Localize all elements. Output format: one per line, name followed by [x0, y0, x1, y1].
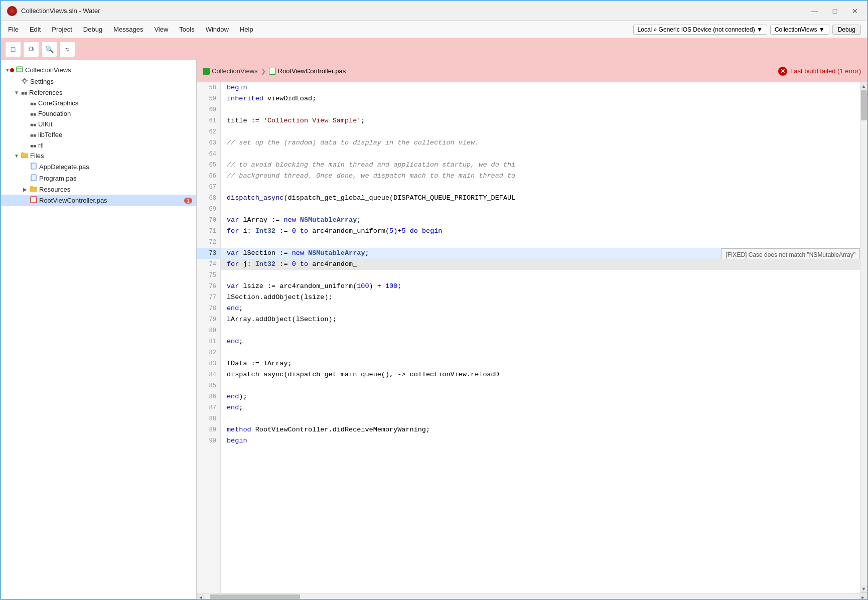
code-line-71: for i: Int32 := 0 to arc4random_uniform(…: [221, 226, 860, 237]
sidebar-item-label: References: [29, 89, 192, 96]
file-icon: [30, 174, 37, 183]
h-scroll-thumb[interactable]: [210, 594, 300, 601]
sidebar-item-program[interactable]: Program.pas: [1, 173, 196, 184]
minimize-button[interactable]: —: [809, 7, 821, 15]
sidebar-item-foundation[interactable]: ■■Foundation: [1, 108, 196, 119]
menu-tools[interactable]: Tools: [174, 24, 199, 35]
menu-view[interactable]: View: [149, 24, 173, 35]
code-line-68: dispatch_async(dispatch_get_global_queue…: [221, 193, 860, 204]
error-indicator: [10, 68, 14, 72]
breadcrumb-project: CollectionViews: [203, 67, 258, 75]
editor: 5859606162636465666768697071727374757677…: [197, 82, 867, 593]
line-number-66: 66: [197, 171, 220, 182]
svg-rect-3: [31, 163, 36, 169]
svg-rect-0: [17, 67, 23, 72]
sidebar: ▼CollectionViewsSettings▼■■References■■C…: [1, 60, 197, 600]
sidebar-item-uikit[interactable]: ■■UIKit: [1, 119, 196, 129]
code-line-86: end);: [221, 391, 860, 402]
device-selector[interactable]: Local » Generic iOS Device (not connecte…: [633, 25, 767, 35]
close-button[interactable]: ✕: [849, 7, 861, 15]
tree-arrow[interactable]: ▼: [14, 90, 21, 95]
project-icon: [203, 68, 210, 75]
sidebar-item-label: Foundation: [38, 110, 192, 117]
line-number-74: 74: [197, 259, 220, 270]
sidebar-item-files[interactable]: ▼Files: [1, 151, 196, 161]
debug-button[interactable]: Debug: [832, 25, 861, 35]
h-scroll-left[interactable]: ◄: [197, 593, 205, 601]
window-controls: — □ ✕: [809, 7, 861, 15]
menu-file[interactable]: File: [3, 24, 24, 35]
ref-item-icon: ■■: [30, 110, 36, 117]
sidebar-item-libtoffee[interactable]: ■■libToffee: [1, 129, 196, 140]
line-number-80: 80: [197, 325, 220, 336]
scroll-up-arrow[interactable]: ▲: [860, 82, 867, 90]
tree-arrow[interactable]: ▼: [14, 153, 21, 159]
code-line-90: begin: [221, 435, 860, 446]
code-line-61: title := 'Collection View Sample';: [221, 115, 860, 126]
scheme-selector[interactable]: CollectionViews ▼: [770, 25, 829, 35]
error-icon: ✕: [778, 67, 787, 76]
sidebar-item-references[interactable]: ▼■■References: [1, 87, 196, 98]
sidebar-item-coregraphics[interactable]: ■■CoreGraphics: [1, 98, 196, 108]
h-scroll-track[interactable]: [205, 593, 859, 601]
code-line-85: [221, 380, 860, 391]
menu-help[interactable]: Help: [235, 24, 258, 35]
toolbar-btn-1[interactable]: □: [5, 41, 21, 57]
line-number-62: 62: [197, 126, 220, 137]
app: CollectionViews.sln - Water — □ ✕ File E…: [1, 1, 867, 600]
title-bar: CollectionViews.sln - Water — □ ✕: [1, 1, 867, 21]
horizontal-scrollbar[interactable]: ◄ ►: [197, 593, 867, 600]
line-number-67: 67: [197, 182, 220, 193]
line-number-58: 58: [197, 82, 220, 93]
sidebar-item-label: libToffee: [38, 131, 192, 138]
tree-arrow[interactable]: ▶: [23, 187, 30, 192]
menu-debug[interactable]: Debug: [78, 24, 107, 35]
breadcrumb-file: RootViewController.pas: [269, 67, 346, 75]
sidebar-item-label: Program.pas: [39, 175, 192, 182]
code-line-89: method RootViewController.didReceiveMemo…: [221, 424, 860, 435]
scroll-thumb[interactable]: [861, 90, 867, 120]
h-scroll-right[interactable]: ►: [859, 593, 867, 601]
svg-rect-4: [31, 175, 36, 181]
toolbar-btn-3[interactable]: 🔍: [41, 41, 57, 57]
main-area: ▼CollectionViewsSettings▼■■References■■C…: [1, 60, 867, 600]
menu-window[interactable]: Window: [201, 24, 234, 35]
sidebar-item-label: CollectionViews: [25, 66, 192, 74]
sidebar-item-label: Files: [30, 152, 192, 160]
svg-point-2: [23, 79, 26, 82]
sidebar-item-collection-views-root[interactable]: ▼CollectionViews: [1, 64, 196, 76]
sidebar-item-settings[interactable]: Settings: [1, 76, 196, 87]
toolbar-btn-2[interactable]: ⧉: [23, 41, 39, 57]
line-number-61: 61: [197, 115, 220, 126]
sidebar-item-resources[interactable]: ▶Resources: [1, 184, 196, 195]
breadcrumb-file-name: RootViewController.pas: [278, 67, 346, 75]
maximize-button[interactable]: □: [829, 7, 841, 15]
line-number-60: 60: [197, 104, 220, 115]
build-status-text: Last build failed (1 error): [790, 67, 861, 75]
line-number-71: 71: [197, 226, 220, 237]
ref-item-icon: ■■: [30, 120, 36, 128]
code-line-80: [221, 325, 860, 336]
sidebar-item-label: UIKit: [38, 120, 192, 128]
app-icon: [7, 6, 17, 16]
vertical-scrollbar[interactable]: ▲ ▼: [860, 82, 867, 593]
sidebar-item-label: CoreGraphics: [38, 99, 192, 107]
scroll-track[interactable]: [860, 90, 867, 585]
folder-icon: [30, 186, 37, 193]
code-line-84: dispatch_async(dispatch_get_main_queue()…: [221, 369, 860, 380]
sidebar-item-appdelegate[interactable]: AppDelegate.pas: [1, 161, 196, 173]
toolbar-btn-4[interactable]: ≈: [59, 41, 75, 57]
sidebar-item-label: AppDelegate.pas: [39, 163, 192, 171]
sidebar-item-rtl[interactable]: ■■rtl: [1, 140, 196, 151]
line-number-77: 77: [197, 292, 220, 303]
menu-edit[interactable]: Edit: [25, 24, 46, 35]
file-icon: [30, 163, 37, 171]
line-number-84: 84: [197, 369, 220, 380]
right-panel: CollectionViews ❯ RootViewController.pas…: [197, 60, 867, 600]
sidebar-item-rootviewcontroller[interactable]: RootViewController.pas1: [1, 195, 196, 206]
menu-project[interactable]: Project: [47, 24, 77, 35]
scroll-down-arrow[interactable]: ▼: [860, 585, 867, 593]
menu-messages[interactable]: Messages: [108, 24, 148, 35]
code-area[interactable]: begin inherited viewDidLoad; title := 'C…: [221, 82, 860, 593]
code-line-65: // to avoid blocking the main thread and…: [221, 160, 860, 171]
